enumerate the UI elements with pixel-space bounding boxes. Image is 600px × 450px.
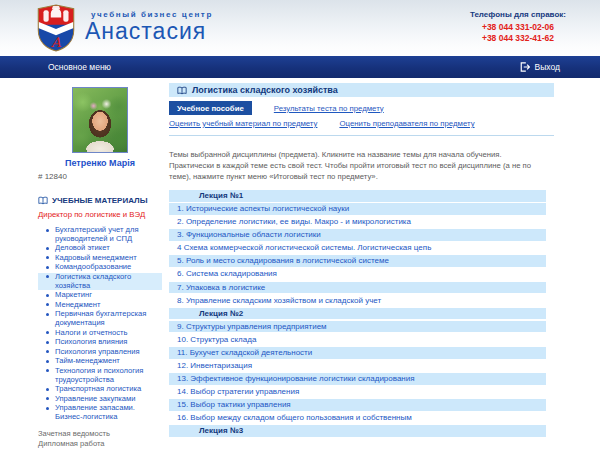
sidebar-course-item[interactable]: Первичная бухгалтерская документация: [38, 310, 162, 327]
sidebar-course-item[interactable]: Управление закупками: [38, 395, 162, 404]
main-menu-button[interactable]: Основное меню: [48, 62, 111, 72]
tab-link[interactable]: Оценить учебный материал по предмету: [169, 119, 317, 128]
sidebar-course-item[interactable]: Психология управления: [38, 348, 162, 357]
sidebar-course-item[interactable]: Деловой этикет: [38, 244, 162, 253]
tab-bar: Учебное пособие Результаты теста по пред…: [169, 101, 546, 128]
logo: А учебный бизнес центр Анастасия: [35, 4, 213, 52]
sidebar-course-item[interactable]: Менеджмент: [38, 301, 162, 310]
tab-active-textbook[interactable]: Учебное пособие: [169, 101, 252, 115]
lecture-topic-row[interactable]: 8. Управление складским хозяйством и скл…: [169, 295, 546, 307]
tab-link[interactable]: Результаты теста по предмету: [274, 104, 384, 113]
body: Петренко Марія # 12840 УЧЕБНЫЕ МАТЕРИАЛЫ…: [0, 78, 600, 450]
lecture-header-row: Лекция №3: [169, 425, 546, 437]
brand-name: Анастасия: [85, 19, 213, 43]
sidebar-course-item[interactable]: Технология и психология трудоустройства: [38, 367, 162, 384]
sidebar-course-list: Бухгалтерский учет для руководителей и С…: [38, 226, 162, 421]
logout-arrow-icon: [520, 62, 530, 72]
contact-phones: Телефоны для справок: +38 044 331-02-06+…: [470, 10, 566, 44]
lecture-topic-row[interactable]: 1. Исторические аспекты логистической на…: [169, 203, 546, 215]
logout-button[interactable]: Выход: [520, 62, 560, 72]
lecture-topic-row[interactable]: 11. Бухучет складской деятельности: [169, 347, 546, 359]
lecture-header-row: Лекция №1: [169, 190, 546, 202]
lecture-topic-row[interactable]: 2. Определение логистики, ее виды. Макро…: [169, 216, 546, 228]
lecture-topic-row[interactable]: 12. Инвентаризация: [169, 360, 546, 372]
sidebar-course-item[interactable]: Бухгалтерский учет для руководителей и С…: [38, 226, 162, 243]
lecture-topic-row[interactable]: 14. Выбор стратегии управления: [169, 386, 546, 398]
sidebar-course-item[interactable]: Командообразование: [38, 263, 162, 272]
logout-label: Выход: [535, 62, 560, 72]
main-content: Логистика складского хозяйства Учебное п…: [169, 78, 558, 450]
open-book-icon: [177, 86, 187, 95]
page-header: А учебный бизнес центр Анастасия Телефон…: [0, 0, 600, 56]
phone-number: +38 044 332-41-62: [470, 33, 566, 44]
lecture-topic-row[interactable]: 15. Выбор тактики управления: [169, 399, 546, 411]
sidebar-extra-links: Зачетная ведомостьДипломная работаАдмини…: [38, 429, 162, 450]
lecture-topic-row[interactable]: 4 Схема коммерческой логистической систе…: [169, 242, 546, 254]
sidebar-course-item-active[interactable]: Логистика складского хозяйства: [38, 273, 162, 290]
sidebar-course-item[interactable]: Психология влияния: [38, 338, 162, 347]
open-book-icon: [38, 196, 48, 205]
sidebar-extra-link[interactable]: Зачетная ведомость: [38, 429, 162, 438]
phones-label: Телефоны для справок:: [470, 10, 566, 19]
phone-numbers: +38 044 331-02-06+38 044 332-41-62: [470, 22, 566, 44]
sidebar: Петренко Марія # 12840 УЧЕБНЫЕ МАТЕРИАЛЫ…: [0, 78, 168, 450]
user-role: Директор по логистике и ВЭД: [38, 210, 162, 219]
sidebar-course-item[interactable]: Налоги и отчетность: [38, 329, 162, 338]
materials-header-label: УЧЕБНЫЕ МАТЕРИАЛЫ: [52, 196, 148, 205]
divider: [169, 135, 554, 136]
page: А учебный бизнес центр Анастасия Телефон…: [0, 0, 600, 450]
lecture-topic-row[interactable]: 3. Функциональные области логистики: [169, 229, 546, 241]
lecture-topic-row[interactable]: 5. Роль и место складирования в логистич…: [169, 255, 546, 267]
brand-text: учебный бизнес центр Анастасия: [85, 10, 213, 43]
user-name: Петренко Марія: [38, 158, 162, 168]
lecture-list: Лекция №11. Исторические аспекты логисти…: [169, 190, 546, 437]
sidebar-course-item[interactable]: Управление запасами. Бизнес-логистика: [38, 404, 162, 421]
lecture-header-row: Лекция №2: [169, 308, 546, 320]
user-photo: [72, 87, 128, 153]
sidebar-course-item[interactable]: Транспортная логистика: [38, 385, 162, 394]
main-menubar: Основное меню Выход: [0, 56, 600, 78]
tab-link[interactable]: Оценить преподавателя по предмету: [339, 119, 474, 128]
lecture-topic-row[interactable]: 6. Система складирования: [169, 268, 546, 280]
lecture-topic-row[interactable]: 10. Структура склада: [169, 334, 546, 346]
course-description: Темы выбранной дисциплины (предмета). Кл…: [169, 149, 548, 182]
lecture-topic-row[interactable]: 9. Структуры управления предприятием: [169, 321, 546, 333]
sidebar-course-item[interactable]: Кадровый менеджмент: [38, 254, 162, 263]
lecture-topic-row[interactable]: 7. Упаковка в логистике: [169, 282, 546, 294]
user-id: # 12840: [38, 172, 162, 181]
sidebar-course-item[interactable]: Маркетинг: [38, 291, 162, 300]
sidebar-extra-link[interactable]: Дипломная работа: [38, 439, 162, 448]
sidebar-course-item[interactable]: Тайм-менеджмент: [38, 357, 162, 366]
course-titlebar: Логистика складского хозяйства: [169, 83, 554, 97]
svg-text:А: А: [51, 34, 62, 50]
course-title: Логистика складского хозяйства: [192, 85, 338, 95]
lecture-topic-row[interactable]: 16. Выбор между складом общего пользован…: [169, 412, 546, 424]
phone-number: +38 044 331-02-06: [470, 22, 566, 33]
materials-header: УЧЕБНЫЕ МАТЕРИАЛЫ: [38, 196, 162, 205]
lecture-topic-row[interactable]: 13. Эффективное функционирование логисти…: [169, 373, 546, 385]
coat-of-arms-icon: А: [35, 4, 77, 52]
